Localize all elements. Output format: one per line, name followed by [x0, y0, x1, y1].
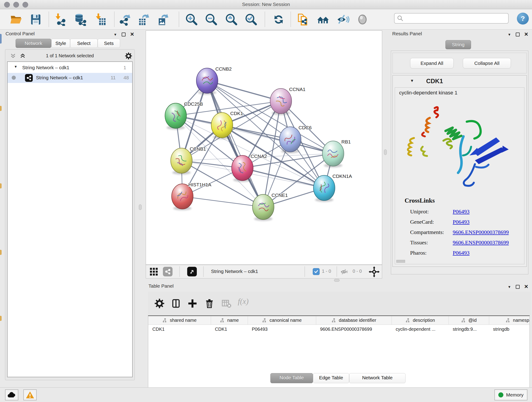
network-collection-row[interactable]: ▼ String Network – cdk1 1 — [7, 63, 132, 73]
network-node-CCNA2[interactable]: CCNA2 — [232, 153, 267, 182]
network-canvas[interactable]: CCNB2CCNA1CDC25BCDK1CDC6RB1CCNB1CCNA2CDK… — [146, 31, 382, 265]
network-node-HIST1H1A[interactable]: HIST1H1A — [172, 182, 211, 211]
crosslink-link[interactable]: P06493 — [453, 250, 469, 256]
crosslink-link[interactable]: 9606.ENSP00000378699 — [453, 229, 509, 235]
memory-button[interactable]: Memory — [494, 389, 527, 400]
float-panel-icon[interactable] — [516, 32, 520, 36]
close-panel-icon[interactable]: ✕ — [524, 284, 528, 290]
birdseye-view-icon[interactable] — [187, 267, 197, 276]
right-splitter-handle[interactable] — [384, 149, 387, 155]
search-input[interactable] — [404, 14, 508, 23]
show-columns-button[interactable] — [170, 298, 182, 309]
collapse-all-button[interactable]: Collapse All — [463, 58, 511, 69]
table-cell[interactable]: stringdb:9... — [449, 325, 489, 333]
memory-label: Memory — [506, 392, 524, 398]
expand-all-button[interactable]: Expand All — [410, 58, 454, 69]
column-header-name[interactable]: name — [211, 316, 248, 325]
network-edge-CDK1-RB1[interactable] — [222, 125, 333, 153]
bottom-splitter-handle[interactable] — [334, 279, 340, 282]
column-header-shared-name[interactable]: shared name — [148, 316, 211, 325]
network-node-CCNB2[interactable]: CCNB2 — [196, 66, 232, 95]
gene-section-header[interactable]: ▼ CDK1 — [393, 75, 526, 87]
collapse-panel-icon[interactable]: ▼ — [508, 285, 511, 289]
trash-icon — [205, 298, 214, 308]
table-row[interactable]: CDK1CDK1P064939606.ENSP00000378699cyclin… — [148, 325, 530, 333]
tab-node-table[interactable]: Node Table — [270, 373, 313, 383]
home-button[interactable] — [316, 13, 330, 26]
network-row-selected[interactable]: String Network – cdk1 11 48 — [7, 73, 132, 83]
import-network-button[interactable] — [53, 13, 67, 26]
delete-column-button[interactable] — [203, 298, 215, 309]
string-view-icon[interactable] — [163, 267, 172, 276]
zoom-out-button[interactable] — [204, 13, 218, 26]
table-cell[interactable]: 9606.ENSP00000378699 — [316, 325, 392, 333]
selected-nodes-checkbox[interactable] — [313, 268, 320, 275]
collapse-panel-icon[interactable]: ▼ — [114, 32, 117, 36]
table-cell[interactable]: CDK1 — [148, 325, 211, 333]
left-splitter-handle[interactable] — [139, 204, 142, 210]
grid-view-icon[interactable] — [149, 267, 159, 276]
warning-status-button[interactable] — [23, 389, 37, 400]
close-panel-icon[interactable]: ✕ — [524, 32, 528, 37]
tab-string[interactable]: String — [445, 40, 471, 49]
network-node-CCNB1[interactable]: CCNB1 — [171, 146, 206, 175]
tab-network[interactable]: Network — [16, 39, 51, 48]
tab-network-table[interactable]: Network Table — [349, 373, 405, 383]
close-panel-icon[interactable]: ✕ — [130, 32, 134, 37]
hidden-eye-slash-icon[interactable] — [340, 268, 349, 276]
network-node-CDC25B[interactable]: CDC25B — [165, 101, 203, 130]
tab-select[interactable]: Select — [70, 39, 98, 48]
function-builder-button[interactable]: f(x) — [238, 297, 249, 306]
network-node-CDC6[interactable]: CDC6 — [279, 125, 312, 153]
network-edge-CCNA2-CDKN1A[interactable] — [242, 168, 324, 188]
tab-sets[interactable]: Sets — [98, 39, 120, 48]
clone-network-button[interactable] — [297, 13, 310, 26]
refresh-button[interactable] — [272, 13, 285, 26]
table-cell[interactable]: CDK1 — [211, 325, 248, 333]
show-display-button[interactable] — [355, 13, 369, 26]
save-session-button[interactable] — [29, 13, 43, 26]
import-network-from-database-button[interactable] — [74, 13, 88, 26]
float-panel-icon[interactable] — [122, 32, 126, 36]
float-panel-icon[interactable] — [516, 285, 520, 289]
fit-selection-crosshair-icon[interactable] — [369, 266, 380, 277]
network-options-gear-icon[interactable] — [125, 52, 132, 60]
tab-style[interactable]: Style — [51, 39, 70, 48]
network-node-CDKN1A[interactable]: CDKN1A — [313, 173, 352, 202]
export-table-button[interactable] — [137, 13, 151, 26]
collection-expander-icon[interactable]: ▼ — [14, 65, 17, 69]
export-network-button[interactable] — [118, 13, 132, 26]
column-header-description[interactable]: description — [392, 316, 449, 325]
hide-display-button[interactable] — [336, 13, 350, 26]
table-cell[interactable]: cyclin-dependent ... — [392, 325, 449, 333]
export-image-button[interactable] — [156, 13, 170, 26]
open-session-button[interactable] — [9, 13, 23, 26]
zoom-selected-button[interactable] — [244, 13, 258, 26]
column-header-@id[interactable]: @id — [449, 316, 489, 325]
crosslink-link[interactable]: P06493 — [453, 219, 469, 225]
help-button[interactable]: ? — [517, 13, 529, 25]
zoom-in-button[interactable] — [185, 13, 198, 26]
network-edge-CCNB2-CCNE1[interactable] — [207, 81, 263, 207]
column-header-namespace[interactable]: namespace — [489, 316, 530, 325]
network-node-CCNE1[interactable]: CCNE1 — [253, 192, 288, 221]
create-column-button[interactable] — [186, 298, 198, 309]
tab-edge-table[interactable]: Edge Table — [313, 373, 349, 383]
import-table-button[interactable] — [94, 13, 107, 26]
zoom-fit-button[interactable] — [225, 13, 238, 26]
collapse-panel-icon[interactable]: ▼ — [508, 32, 511, 36]
section-expander-icon[interactable]: ▼ — [410, 79, 414, 83]
network-edge-HIST1H1A-CCNE1[interactable] — [182, 196, 263, 207]
column-header-database-identifier[interactable]: database identifier — [316, 316, 392, 325]
delete-table-button[interactable] — [220, 298, 232, 309]
network-node-CCNA1[interactable]: CCNA1 — [270, 87, 305, 115]
table-cell[interactable]: stringdb — [489, 325, 530, 333]
table-cell[interactable]: P06493 — [248, 325, 316, 333]
crosslink-link[interactable]: 9606.ENSP00000378699 — [453, 240, 509, 246]
column-header-canonical-name[interactable]: canonical name — [248, 316, 316, 325]
crosslinks-hscrollbar[interactable] — [396, 260, 405, 263]
table-settings-button[interactable] — [153, 298, 165, 309]
network-node-RB1[interactable]: RB1 — [322, 139, 351, 167]
crosslink-link[interactable]: P06493 — [453, 209, 469, 215]
cloud-status-button[interactable] — [5, 389, 18, 400]
